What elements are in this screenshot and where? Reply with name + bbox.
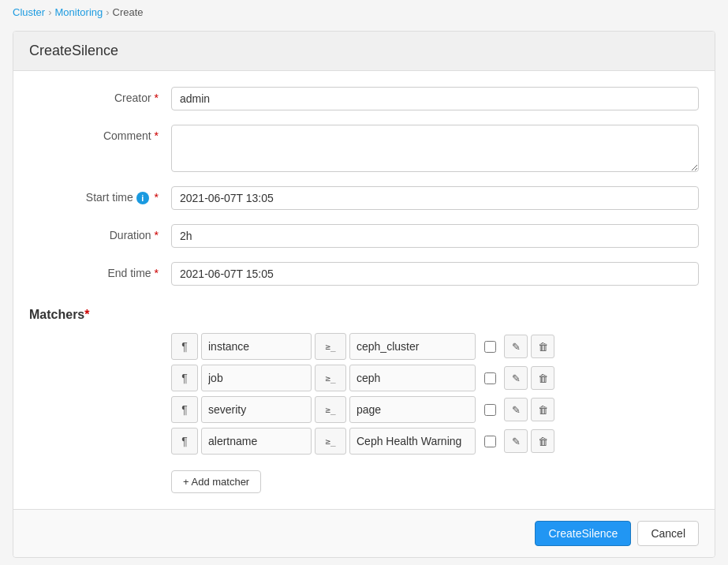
- matcher-delete-button[interactable]: 🗑: [531, 366, 554, 390]
- matcher-op-icon: ≥_: [315, 333, 346, 360]
- creator-label: Creator *: [29, 87, 171, 104]
- start-time-group: Start time i *: [29, 186, 699, 210]
- page-container: CreateSilence Creator * Comment * Start …: [0, 24, 728, 565]
- duration-input[interactable]: [171, 224, 699, 248]
- end-time-input[interactable]: [171, 262, 699, 286]
- main-card: CreateSilence Creator * Comment * Start …: [13, 31, 715, 558]
- matcher-regex-checkbox[interactable]: [479, 367, 501, 389]
- matcher-edit-button[interactable]: ✎: [504, 366, 528, 390]
- add-matcher-button[interactable]: + Add matcher: [171, 470, 261, 493]
- matcher-name-input[interactable]: [201, 428, 312, 455]
- matcher-row: ¶ ≥_ ✎ 🗑: [171, 333, 699, 360]
- matcher-pilcrow-icon: ¶: [171, 396, 198, 423]
- comment-label: Comment *: [29, 125, 171, 142]
- matcher-pilcrow-icon: ¶: [171, 333, 198, 360]
- matcher-delete-button[interactable]: 🗑: [531, 335, 554, 358]
- creator-input[interactable]: [171, 87, 699, 110]
- matchers-title: Matchers*: [29, 300, 699, 333]
- end-time-label: End time *: [29, 262, 171, 279]
- matcher-delete-button[interactable]: 🗑: [531, 429, 554, 453]
- matcher-row: ¶ ≥_ ✎ 🗑: [171, 428, 699, 455]
- matcher-pilcrow-icon: ¶: [171, 428, 198, 455]
- matchers-rows: ¶ ≥_ ✎ 🗑 ¶ ≥_ ✎ 🗑 ¶ ≥_ ✎ 🗑 ¶ ≥_: [171, 333, 699, 455]
- info-icon[interactable]: i: [136, 192, 149, 204]
- matcher-value-input[interactable]: [349, 428, 476, 455]
- matcher-value-input[interactable]: [349, 333, 476, 360]
- start-time-label: Start time i *: [29, 186, 171, 204]
- duration-label: Duration *: [29, 224, 171, 241]
- start-time-input[interactable]: [171, 186, 699, 210]
- matcher-edit-button[interactable]: ✎: [504, 398, 528, 421]
- matcher-edit-button[interactable]: ✎: [504, 335, 528, 358]
- cancel-button[interactable]: Cancel: [637, 521, 699, 546]
- matcher-name-input[interactable]: [201, 365, 312, 391]
- matcher-regex-checkbox[interactable]: [479, 398, 501, 421]
- matcher-row: ¶ ≥_ ✎ 🗑: [171, 365, 699, 391]
- comment-input[interactable]: [171, 125, 699, 172]
- comment-group: Comment *: [29, 125, 699, 172]
- matcher-edit-button[interactable]: ✎: [504, 429, 528, 453]
- matcher-op-icon: ≥_: [315, 428, 346, 455]
- matcher-name-input[interactable]: [201, 333, 312, 360]
- matcher-op-icon: ≥_: [315, 365, 346, 391]
- duration-group: Duration *: [29, 224, 699, 248]
- card-footer: CreateSilence Cancel: [13, 509, 715, 557]
- matcher-regex-checkbox[interactable]: [479, 335, 501, 357]
- matchers-section: Matchers* ¶ ≥_ ✎ 🗑 ¶ ≥_ ✎ 🗑 ¶ ≥_: [29, 300, 699, 493]
- matcher-value-input[interactable]: [349, 365, 476, 391]
- matcher-delete-button[interactable]: 🗑: [531, 398, 554, 421]
- matcher-regex-checkbox[interactable]: [479, 430, 501, 452]
- breadcrumb-monitoring[interactable]: Monitoring: [55, 6, 103, 18]
- end-time-group: End time *: [29, 262, 699, 286]
- creator-group: Creator *: [29, 87, 699, 110]
- card-body: Creator * Comment * Start time i *: [13, 71, 715, 509]
- breadcrumb: Cluster › Monitoring › Create: [0, 0, 728, 24]
- matcher-op-icon: ≥_: [315, 396, 346, 423]
- card-title: CreateSilence: [13, 32, 715, 71]
- matcher-row: ¶ ≥_ ✎ 🗑: [171, 396, 699, 423]
- matcher-name-input[interactable]: [201, 396, 312, 423]
- matcher-pilcrow-icon: ¶: [171, 365, 198, 391]
- breadcrumb-create: Create: [113, 6, 144, 18]
- create-silence-button[interactable]: CreateSilence: [535, 521, 631, 546]
- matcher-value-input[interactable]: [349, 396, 476, 423]
- breadcrumb-cluster[interactable]: Cluster: [13, 6, 45, 18]
